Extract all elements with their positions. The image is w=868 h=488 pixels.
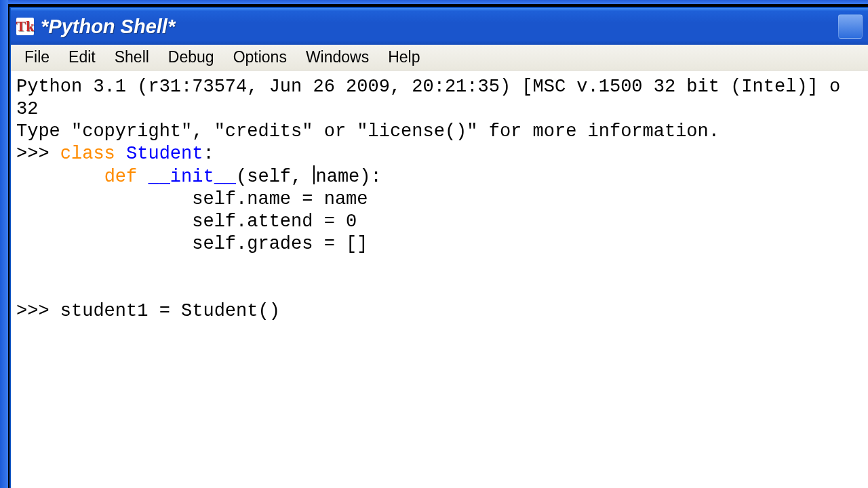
- titlebar[interactable]: Tk *Python Shell*: [11, 8, 868, 45]
- shell-text-area[interactable]: Python 3.1 (r31:73574, Jun 26 2009, 20:2…: [11, 70, 868, 488]
- args-part-a: (self,: [236, 167, 313, 187]
- python-shell-window: Tk *Python Shell* File Edit Shell Debug …: [9, 7, 868, 488]
- menu-edit[interactable]: Edit: [59, 45, 105, 69]
- prompt-1: >>>: [16, 144, 60, 164]
- menu-shell[interactable]: Shell: [105, 45, 159, 69]
- minimize-button[interactable]: [838, 14, 863, 39]
- menu-file[interactable]: File: [15, 45, 59, 69]
- code-line-student1: student1 = Student(): [60, 301, 280, 321]
- menu-options[interactable]: Options: [224, 45, 296, 69]
- banner-line-2: 32: [16, 99, 38, 119]
- code-line-selfgrades: self.grades = []: [16, 234, 368, 254]
- colon: :: [203, 144, 214, 164]
- banner-line-1: Python 3.1 (r31:73574, Jun 26 2009, 20:2…: [16, 77, 840, 97]
- funcname-init: __init__: [148, 167, 236, 187]
- menu-help[interactable]: Help: [378, 45, 429, 69]
- space: [137, 167, 148, 187]
- space: [115, 144, 126, 164]
- menu-debug[interactable]: Debug: [159, 45, 224, 69]
- classname-student: Student: [126, 144, 203, 164]
- keyword-class: class: [60, 144, 115, 164]
- banner-line-3: Type "copyright", "credits" or "license(…: [16, 121, 719, 142]
- desktop-left-strip: [0, 0, 8, 488]
- keyword-def: def: [104, 167, 138, 187]
- indent: [16, 167, 104, 187]
- menu-windows[interactable]: Windows: [296, 45, 378, 69]
- args-part-b: name):: [315, 167, 381, 187]
- prompt-2: >>>: [16, 301, 60, 321]
- app-icon: Tk: [16, 18, 34, 35]
- desktop-top-strip: [0, 0, 868, 4]
- code-line-selfname: self.name = name: [16, 189, 368, 209]
- window-title: *Python Shell*: [41, 16, 175, 38]
- menubar: File Edit Shell Debug Options Windows He…: [11, 45, 868, 70]
- code-line-selfattend: self.attend = 0: [16, 211, 357, 232]
